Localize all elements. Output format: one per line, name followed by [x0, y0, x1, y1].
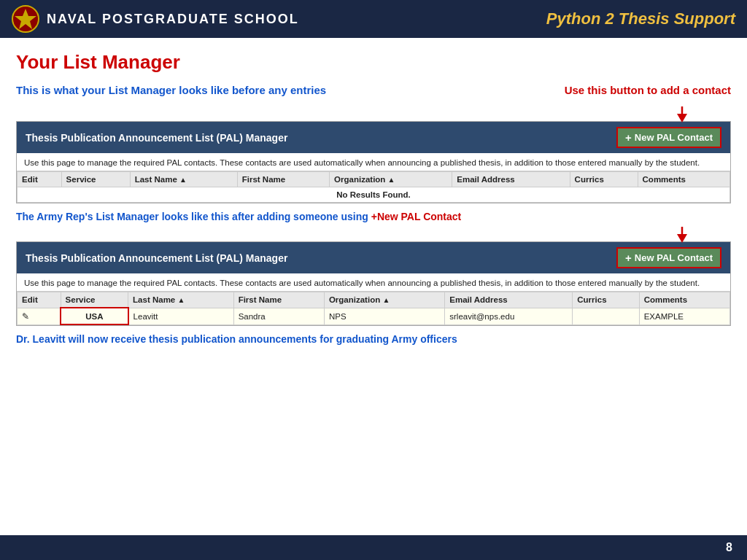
section1-right-label: Use this button to add a contact [326, 84, 731, 96]
section1-header-row: This is what your List Manager looks lik… [16, 84, 731, 102]
col-org-2: Organization ▲ [324, 292, 444, 308]
down-arrow-2-icon [671, 227, 693, 243]
lastname-cell: Leavitt [128, 308, 234, 324]
pal-panel-2-header: Thesis Publication Announcement List (PA… [17, 242, 730, 273]
new-pal-contact-button-1[interactable]: + New PAL Contact [616, 127, 721, 148]
org-cell: NPS [324, 308, 444, 324]
col-lastname-2: Last Name ▲ [128, 292, 234, 308]
col-comments-2: Comments [639, 292, 729, 308]
footer-label: Dr. Leavitt will now receive thesis publ… [16, 333, 731, 345]
pal-table-1: Edit Service Last Name ▲ First Name Orga… [17, 171, 730, 203]
edit-cell[interactable]: ✎ [18, 308, 61, 324]
plus-icon-1: + [625, 131, 632, 144]
pal-panel-1-desc: Use this page to manage the required PAL… [17, 153, 730, 171]
col-edit-1: Edit [18, 172, 62, 187]
col-firstname-2: First Name [233, 292, 324, 308]
col-comments-1: Comments [638, 172, 729, 187]
pal-panel-2-desc: Use this page to manage the required PAL… [17, 273, 730, 292]
new-pal-btn-label-2: New PAL Contact [635, 252, 713, 263]
new-pal-contact-button-2[interactable]: + New PAL Contact [616, 247, 721, 268]
comments-cell: EXAMPLE [639, 308, 729, 324]
header-left: NAVAL POSTGRADUATE SCHOOL [12, 5, 299, 33]
nps-logo-icon [12, 5, 39, 33]
table-header-row-1: Edit Service Last Name ▲ First Name Orga… [18, 172, 730, 187]
page-title-header: Python 2 Thesis Support [546, 9, 735, 28]
section2-label-highlight: +New PAL Contact [371, 211, 462, 222]
section2-label-prefix: The Army Rep's List Manager looks like t… [16, 211, 371, 222]
col-service-2: Service [61, 292, 128, 308]
svg-marker-3 [677, 114, 687, 122]
arrow-annotation-1 [16, 106, 731, 122]
col-email-1: Email Address [452, 172, 570, 187]
no-results-text: No Results Found. [18, 187, 730, 203]
main-content: Your List Manager This is what your List… [0, 38, 747, 357]
pal-panel-1-title: Thesis Publication Announcement List (PA… [26, 132, 287, 144]
new-pal-btn-label-1: New PAL Contact [635, 132, 713, 143]
table-header-row-2: Edit Service Last Name ▲ First Name Orga… [18, 292, 730, 308]
col-org-1: Organization ▲ [330, 172, 452, 187]
firstname-cell: Sandra [233, 308, 324, 324]
plus-icon-2: + [625, 252, 632, 264]
col-currics-1: Currics [570, 172, 638, 187]
down-arrow-icon [671, 106, 693, 122]
col-firstname-1: First Name [237, 172, 329, 187]
table-row: ✎ USA Leavitt Sandra NPS srleavit@nps.ed… [18, 308, 730, 324]
pal-panel-2-title: Thesis Publication Announcement List (PA… [26, 252, 287, 264]
page-title: Your List Manager [16, 51, 731, 74]
section2-label: The Army Rep's List Manager looks like t… [16, 211, 731, 222]
email-cell: srleavit@nps.edu [445, 308, 573, 324]
currics-cell [573, 308, 639, 324]
service-cell: USA [61, 308, 128, 324]
header: NAVAL POSTGRADUATE SCHOOL Python 2 Thesi… [0, 0, 747, 38]
col-email-2: Email Address [445, 292, 573, 308]
col-currics-2: Currics [573, 292, 639, 308]
page-footer: 8 [0, 535, 747, 560]
no-results-row: No Results Found. [18, 187, 730, 203]
pal-table-2: Edit Service Last Name ▲ First Name Orga… [17, 292, 730, 325]
pal-panel-1: Thesis Publication Announcement List (PA… [16, 121, 731, 203]
col-lastname-1: Last Name ▲ [130, 172, 237, 187]
col-edit-2: Edit [18, 292, 61, 308]
arrow-annotation-2 [16, 227, 731, 243]
section1-label: This is what your List Manager looks lik… [16, 84, 326, 96]
col-service-1: Service [61, 172, 130, 187]
pal-panel-2: Thesis Publication Announcement List (PA… [16, 241, 731, 326]
page-number: 8 [726, 541, 732, 554]
school-name: NAVAL POSTGRADUATE SCHOOL [47, 12, 299, 27]
svg-marker-5 [677, 234, 687, 243]
pal-panel-1-header: Thesis Publication Announcement List (PA… [17, 122, 730, 153]
